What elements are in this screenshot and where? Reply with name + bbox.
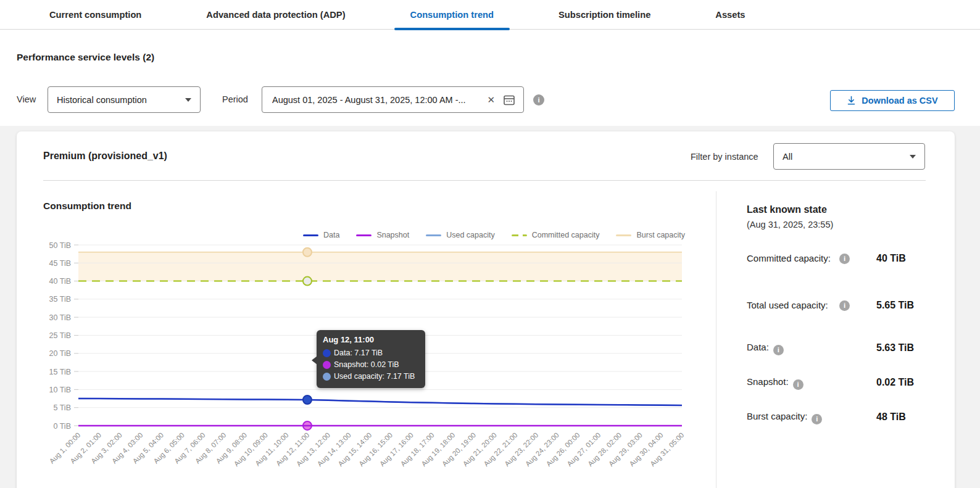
lks-value: 5.63 TiB (876, 342, 927, 354)
period-input[interactable]: August 01, 2025 - August 31, 2025, 12:00… (262, 86, 524, 113)
download-icon (847, 96, 856, 105)
tooltip-row-text: Used capacity: 7.17 TiB (334, 371, 415, 383)
info-icon[interactable] (773, 345, 784, 355)
y-tick-label: 40 TiB (49, 277, 71, 286)
tooltip-row-text: Data: 7.17 TiB (334, 347, 383, 359)
download-csv-label: Download as CSV (862, 96, 937, 105)
divider (43, 180, 926, 181)
chart-title: Consumption trend (43, 201, 131, 212)
info-icon[interactable] (793, 379, 804, 390)
legend-item-committed-capacity[interactable]: Committed capacity (512, 231, 600, 239)
legend-label: Snapshot (376, 231, 409, 239)
tooltip-series-dot (323, 361, 331, 369)
legend-label: Data (323, 231, 339, 239)
tab-current-consumption[interactable]: Current consumption (33, 0, 157, 30)
legend-swatch (512, 234, 527, 236)
service-level-card: Premium (provisioned_v1) Filter by insta… (17, 131, 955, 488)
lks-value: 0.02 TiB (876, 377, 927, 388)
legend-item-data[interactable]: Data (303, 231, 339, 239)
lks-label: Committed capacity: (747, 252, 839, 265)
last-known-state-timestamp: (Aug 31, 2025, 23:55) (747, 220, 927, 230)
y-tick-label: 35 TiB (49, 295, 71, 304)
tab-advanced-data-protection-adp[interactable]: Advanced data protection (ADP) (190, 0, 361, 30)
lks-row-committed-capacity: Committed capacity:40 TiB (747, 241, 927, 276)
tab-subscription-timeline[interactable]: Subscription timeline (542, 0, 666, 30)
info-icon[interactable] (533, 94, 544, 105)
legend-item-snapshot[interactable]: Snapshot (356, 231, 409, 239)
screen: Current consumptionAdvanced data protect… (0, 0, 980, 488)
last-known-state-panel: Last known state (Aug 31, 2025, 23:55) C… (747, 204, 927, 427)
y-tick-label: 5 TiB (54, 403, 72, 412)
info-icon[interactable] (839, 300, 850, 311)
legend-swatch (616, 234, 631, 236)
legend-label: Used capacity (446, 231, 495, 239)
tooltip-row-text: Snapshot: 0.02 TiB (334, 359, 399, 371)
lks-row-burst-capacity: Burst capacity:48 TiB (747, 407, 927, 427)
calendar-icon[interactable] (502, 93, 516, 107)
instance-dropdown[interactable]: All (773, 143, 925, 170)
tooltip-series-dot (323, 349, 331, 357)
y-tick-label: 10 TiB (49, 386, 71, 394)
chevron-down-icon (910, 155, 916, 159)
legend-swatch (426, 234, 441, 236)
info-icon[interactable] (812, 414, 822, 424)
info-icon[interactable] (839, 254, 850, 264)
tooltip-row-snapshot: Snapshot: 0.02 TiB (323, 359, 419, 371)
instance-dropdown-value: All (783, 152, 903, 162)
lks-row-data: Data:5.63 TiB (747, 338, 927, 358)
legend-item-burst-capacity[interactable]: Burst capacity (616, 231, 685, 239)
tooltip-row-data: Data: 7.17 TiB (323, 347, 419, 359)
service-level-title: Premium (provisioned_v1) (43, 151, 167, 162)
legend-swatch (303, 234, 318, 236)
view-dropdown[interactable]: Historical consumption (48, 86, 201, 113)
page-title: Performance service levels (2) (17, 52, 154, 63)
lks-value: 48 TiB (876, 411, 927, 423)
legend-label: Committed capacity (532, 231, 600, 239)
band-burst-capacity (78, 252, 682, 281)
chart-tooltip: Aug 12, 11:00 Data: 7.17 TiBSnapshot: 0.… (317, 330, 425, 388)
marker-burst-capacity (303, 248, 312, 257)
legend-label: Burst capacity (636, 231, 685, 239)
last-known-state-title: Last known state (747, 204, 927, 215)
y-tick-label: 25 TiB (49, 331, 71, 340)
content-background: Premium (provisioned_v1) Filter by insta… (0, 126, 980, 488)
lks-value: 5.65 TiB (876, 300, 927, 311)
divider (716, 191, 716, 488)
legend-item-used-capacity[interactable]: Used capacity (426, 231, 495, 239)
lks-row-total-used-capacity: Total used capacity:5.65 TiB (747, 287, 927, 323)
y-tick-label: 50 TiB (49, 241, 71, 250)
legend-swatch (356, 234, 372, 236)
lks-label: Data: (747, 341, 876, 355)
lks-row-snapshot: Snapshot:0.02 TiB (747, 373, 927, 392)
view-dropdown-value: Historical consumption (57, 95, 179, 105)
clear-icon[interactable]: ✕ (487, 94, 495, 105)
tooltip-row-used-capacity: Used capacity: 7.17 TiB (323, 371, 419, 383)
lks-label: Total used capacity: (747, 299, 839, 312)
y-tick-label: 20 TiB (49, 349, 71, 358)
view-label: View (17, 86, 36, 113)
tab-consumption-trend[interactable]: Consumption trend (394, 0, 510, 30)
lks-value: 40 TiB (876, 253, 927, 264)
marker-data (303, 395, 312, 404)
period-label: Period (222, 86, 248, 113)
lks-label: Burst capacity: (747, 410, 876, 424)
download-csv-button[interactable]: Download as CSV (830, 90, 955, 111)
tooltip-title: Aug 12, 11:00 (323, 335, 419, 344)
tab-bar: Current consumptionAdvanced data protect… (0, 0, 980, 30)
y-tick-label: 45 TiB (49, 259, 71, 268)
period-value: August 01, 2025 - August 31, 2025, 12:00… (272, 95, 483, 105)
filter-by-instance-label: Filter by instance (691, 151, 758, 163)
series-line-data (78, 399, 682, 405)
lks-label: Snapshot: (747, 375, 876, 390)
y-tick-label: 0 TiB (54, 422, 72, 431)
tab-assets[interactable]: Assets (699, 0, 761, 30)
chevron-down-icon (185, 98, 191, 102)
tooltip-series-dot (323, 373, 331, 381)
marker-committed-capacity (303, 277, 312, 286)
y-tick-label: 15 TiB (49, 368, 71, 376)
y-tick-label: 30 TiB (49, 313, 71, 322)
